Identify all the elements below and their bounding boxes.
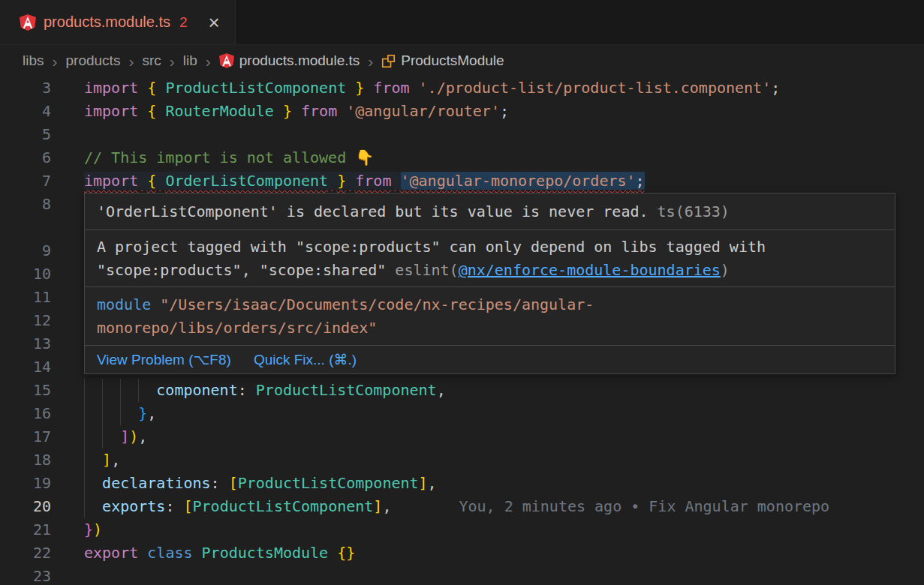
line-number[interactable]: 3 (0, 76, 51, 100)
line-number[interactable]: 4 (0, 100, 51, 123)
diagnostic-code-label: ts(6133) (658, 202, 730, 220)
line-number[interactable]: 6 (0, 146, 51, 170)
line-number[interactable]: 7 (0, 170, 51, 193)
code-tokens: // This import is not allowed 👇 (84, 148, 374, 166)
code-editor: 3import { ProductListComponent } from '.… (0, 76, 924, 585)
breadcrumb-item-libs[interactable]: libs (23, 52, 44, 69)
code-token: : (165, 497, 183, 515)
code-line-17[interactable]: 17 ]), (0, 425, 924, 448)
breadcrumb-separator: › (170, 53, 175, 69)
code-line-23[interactable]: 23 (0, 565, 924, 585)
code-token (84, 497, 102, 515)
code-token: '@angular/router' (346, 102, 500, 120)
diagnostic-message: 'OrderListComponent' is declared but its… (97, 202, 649, 220)
diagnostic-eslint-row: A project tagged with "scope:products" c… (85, 230, 895, 286)
editor-tab-bar: products.module.ts 2 × (0, 0, 924, 45)
code-line-21[interactable]: 21}) (0, 518, 924, 542)
breadcrumb-item-lib[interactable]: lib (183, 52, 197, 69)
line-number[interactable]: 9 (0, 239, 51, 262)
code-token (391, 172, 400, 190)
module-path-line2: monorepo/libs/orders/src/index" (97, 316, 883, 340)
code-line-22[interactable]: 22export class ProductsModule {} (0, 542, 924, 565)
code-line-4[interactable]: 4import { RouterModule } from '@angular/… (0, 100, 924, 123)
line-number[interactable]: 15 (0, 379, 51, 402)
code-token: , (428, 474, 437, 492)
breadcrumb-item-src[interactable]: src (142, 52, 161, 69)
code-text: import { OrderListComponent } from '@ang… (51, 170, 924, 193)
problem-hover-tooltip: 'OrderListComponent' is declared but its… (84, 193, 895, 374)
diagnostic-ts-row: 'OrderListComponent' is declared but its… (85, 194, 895, 230)
code-token: ProductListComponent (193, 497, 374, 515)
code-tokens: ], (84, 451, 120, 469)
code-line-5[interactable]: 5 (0, 123, 924, 146)
code-line-20[interactable]: 20 exports: [ProductListComponent],You, … (0, 495, 924, 518)
code-token: } (138, 404, 147, 422)
eslint-message-line1: A project tagged with "scope:products" c… (97, 236, 883, 259)
code-token (138, 544, 147, 562)
code-token (138, 102, 147, 120)
indent-guide (102, 402, 103, 425)
eslint-source-suffix: ) (721, 261, 730, 279)
breadcrumb-separator: › (368, 53, 373, 69)
line-number[interactable]: 14 (0, 356, 51, 379)
line-number[interactable]: 23 (0, 565, 51, 585)
line-number[interactable]: 11 (0, 286, 51, 309)
code-token: ] (419, 474, 428, 492)
code-line-18[interactable]: 18 ], (0, 448, 924, 472)
editor-tab-products-module[interactable]: products.module.ts 2 × (0, 0, 236, 44)
code-line-6[interactable]: 6// This import is not allowed 👇 (0, 146, 924, 170)
code-tokens: declarations: [ProductListComponent], (84, 474, 437, 492)
code-token (328, 172, 337, 190)
eslint-message-text: "scope:products", "scope:shared" (97, 261, 386, 279)
line-number[interactable]: 22 (0, 542, 51, 565)
code-token (193, 544, 202, 562)
line-number[interactable]: 8 (0, 193, 51, 239)
git-blame-annotation: You, 2 minutes ago • Fix Angular monorep… (459, 497, 829, 515)
diagnostic-code (649, 202, 658, 220)
line-number[interactable]: 13 (0, 332, 51, 356)
hover-actions-row: View Problem (⌥F8) Quick Fix... (⌘.) (85, 345, 895, 374)
quick-fix-button[interactable]: Quick Fix... (⌘.) (254, 351, 357, 368)
view-problem-button[interactable]: View Problem (⌥F8) (97, 351, 231, 368)
code-text: component: ProductListComponent, (51, 379, 924, 402)
line-number[interactable]: 16 (0, 402, 51, 425)
line-number[interactable]: 5 (0, 123, 51, 146)
code-token: exports (102, 497, 165, 515)
code-line-3[interactable]: 3import { ProductListComponent } from '.… (0, 76, 924, 100)
breadcrumb-item-file[interactable]: products.module.ts (219, 52, 360, 69)
breadcrumb-separator: › (128, 53, 134, 69)
code-token: : (211, 474, 229, 492)
code-token: declarations (102, 474, 211, 492)
line-number[interactable]: 12 (0, 309, 51, 332)
line-number[interactable]: 20 (0, 495, 51, 518)
nx-rule-link[interactable]: @nx/enforce-module-boundaries (459, 261, 721, 279)
line-number[interactable]: 21 (0, 518, 51, 542)
code-text: import { RouterModule } from '@angular/r… (51, 100, 924, 123)
line-number[interactable]: 18 (0, 448, 51, 472)
code-token: OrderListComponent (165, 172, 328, 190)
code-line-19[interactable]: 19 declarations: [ProductListComponent], (0, 472, 924, 495)
code-token (138, 172, 147, 190)
indent-guide (120, 379, 121, 402)
code-token: import (84, 102, 138, 120)
code-line-15[interactable]: 15 component: ProductListComponent, (0, 379, 924, 402)
line-number[interactable]: 10 (0, 262, 51, 286)
breadcrumb-item-symbol[interactable]: ProductsModule (381, 52, 504, 69)
line-number[interactable]: 17 (0, 425, 51, 448)
code-text: exports: [ProductListComponent],You, 2 m… (51, 495, 924, 518)
code-line-7[interactable]: 7import { OrderListComponent } from '@an… (0, 170, 924, 193)
tab-title: products.module.ts (44, 14, 170, 31)
code-token: , (437, 381, 446, 399)
code-token: ) (93, 520, 102, 538)
indent-guide (102, 379, 103, 402)
code-token: class (147, 544, 192, 562)
code-token: [ (229, 474, 238, 492)
breadcrumb-item-products[interactable]: products (66, 52, 121, 69)
code-token (138, 79, 147, 97)
indent-guide (84, 425, 85, 448)
code-tokens: }) (84, 520, 102, 538)
code-text: ]), (51, 425, 924, 448)
line-number[interactable]: 19 (0, 472, 51, 495)
code-line-16[interactable]: 16 }, (0, 402, 924, 425)
tab-close-icon[interactable]: × (206, 13, 223, 32)
